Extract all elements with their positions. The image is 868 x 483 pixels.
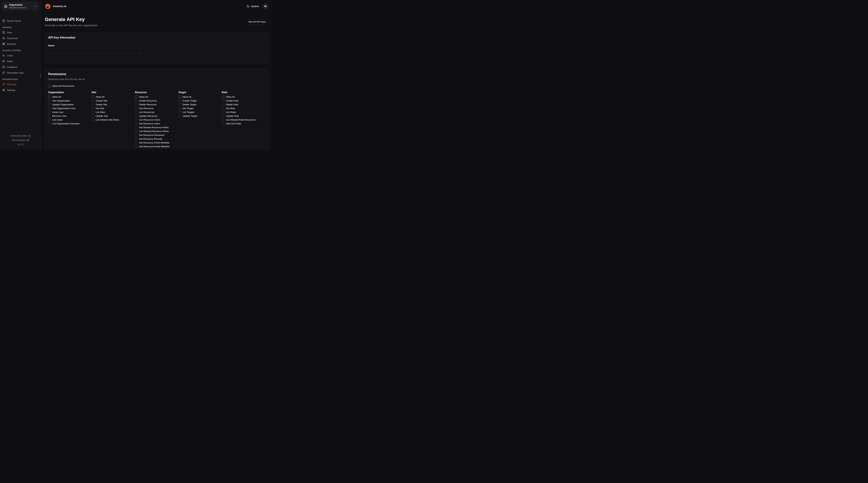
- checkbox-target-allow-all[interactable]: [178, 96, 181, 98]
- checkbox-role-update-role[interactable]: [222, 115, 224, 117]
- checkbox-resource-create-resource[interactable]: [135, 99, 137, 102]
- checkbox-site-delete-site[interactable]: [92, 103, 94, 106]
- checkbox-resource-set-resource-password[interactable]: [135, 134, 137, 136]
- permission-row: Add User Role: [222, 122, 265, 125]
- api-key-information-card: API Key Information Name: [45, 32, 268, 64]
- permission-group-role: RoleAllow AllCreate RoleDelete RoleGet R…: [222, 91, 265, 126]
- checkbox-organization-invite-user[interactable]: [48, 111, 51, 114]
- theme-toggle[interactable]: System: [247, 5, 259, 8]
- checkbox-site-get-site[interactable]: [92, 107, 94, 110]
- checkbox-site-allow-all[interactable]: [92, 96, 94, 98]
- permission-row: Set Allowed Resource Roles: [135, 126, 178, 129]
- documentation-link[interactable]: Documentation: [2, 139, 38, 141]
- see-all-api-keys-button[interactable]: See All API Keys: [246, 19, 268, 25]
- sidebar-item-invitations[interactable]: Invitations: [2, 65, 38, 69]
- checkbox-organization-update-organization[interactable]: [48, 103, 51, 106]
- pangolin-logo-icon: [45, 3, 51, 9]
- sidebar-item-users[interactable]: Users: [2, 53, 38, 58]
- permission-group-title: Organization: [48, 91, 92, 94]
- checkbox-resource-set-resource-users[interactable]: [135, 122, 137, 125]
- main-area: PANGOLIN System M Generate API Key Gener: [41, 0, 272, 149]
- checkbox-site-list-allowed-site-roles[interactable]: [92, 119, 94, 121]
- permission-row: Get Target: [178, 107, 222, 110]
- permission-group-title: Role: [222, 91, 265, 94]
- chevrons-up-down-icon: [34, 5, 37, 7]
- checkbox-organization-allow-all[interactable]: [48, 96, 51, 98]
- checkbox-resource-list-resources[interactable]: [135, 111, 137, 114]
- brand-name: PANGOLIN: [53, 5, 66, 8]
- sidebar-item-api-keys[interactable]: API Keys: [2, 82, 38, 87]
- sidebar-item-resources[interactable]: Resources: [2, 36, 38, 40]
- organization-selector[interactable]: Organization milo@fossorial.io's ...: [2, 2, 38, 10]
- permission-group-organization: OrganizationAllow AllGet OrganizationUpd…: [48, 91, 92, 126]
- permission-row: Allow All: [178, 96, 222, 98]
- app-window: Organization milo@fossorial.io's ... Ser…: [0, 0, 272, 149]
- checkbox-resource-set-resource-email-whitelist[interactable]: [135, 141, 137, 144]
- permission-row: Delete Site: [92, 103, 135, 106]
- sidebar-item-sites[interactable]: Sites: [2, 30, 38, 35]
- sidebar-item-server-admin[interactable]: Server Admin: [2, 19, 38, 23]
- api-key-name-input[interactable]: [48, 48, 141, 54]
- user-icon: [2, 54, 5, 57]
- checkbox-role-create-role[interactable]: [222, 99, 224, 102]
- permission-group-resource: ResourceAllow AllCreate ResourceDelete R…: [135, 91, 178, 149]
- checkbox-target-get-target[interactable]: [178, 107, 181, 110]
- checkbox-site-update-site[interactable]: [92, 115, 94, 117]
- checkbox-site-list-sites[interactable]: [92, 111, 94, 114]
- checkbox-resource-update-resource[interactable]: [135, 115, 137, 117]
- sidebar-item-settings[interactable]: Settings: [2, 88, 38, 92]
- permission-row: Get Resource Email Whitelist: [135, 145, 178, 148]
- checkbox-resource-list-resource-users[interactable]: [135, 119, 137, 121]
- checkbox-role-delete-role[interactable]: [222, 103, 224, 106]
- brand: PANGOLIN: [45, 3, 66, 9]
- checkbox-resource-list-allowed-resource-roles[interactable]: [135, 130, 137, 133]
- checkbox-role-list-roles[interactable]: [222, 111, 224, 114]
- checkbox-resource-get-resource[interactable]: [135, 107, 137, 110]
- external-link-icon: [28, 135, 31, 137]
- permission-row: Create Target: [178, 99, 222, 102]
- allow-all-permissions-label: Allow All Permissions: [52, 85, 74, 87]
- link-icon: [2, 71, 5, 74]
- permission-row: Allow All: [92, 96, 135, 98]
- checkbox-organization-remove-user[interactable]: [48, 115, 51, 117]
- org-selector-label: Organization: [9, 3, 33, 6]
- sidebar-scrollbar-thumb[interactable]: [40, 73, 41, 77]
- checkbox-target-update-target[interactable]: [178, 115, 181, 117]
- checkbox-target-create-target[interactable]: [178, 99, 181, 102]
- allow-all-permissions-checkbox[interactable]: [48, 85, 51, 87]
- sidebar: Organization milo@fossorial.io's ... Ser…: [0, 0, 41, 149]
- checkbox-organization-list-users[interactable]: [48, 119, 51, 121]
- permission-row: Update Role: [222, 115, 265, 117]
- checkbox-target-delete-target[interactable]: [178, 103, 181, 106]
- permission-row: Delete Resource: [135, 103, 178, 106]
- permission-row: List Allowed Resource Roles: [135, 130, 178, 133]
- ticket-icon: [2, 66, 5, 68]
- permission-row: Get Organization User: [48, 107, 92, 110]
- checkbox-organization-get-organization[interactable]: [48, 99, 51, 102]
- checkbox-role-add-user-role[interactable]: [222, 122, 224, 125]
- name-field-label: Name: [48, 44, 265, 47]
- user-avatar[interactable]: M: [262, 3, 268, 9]
- checkbox-resource-allow-all[interactable]: [135, 96, 137, 98]
- checkbox-resource-set-resource-pincode[interactable]: [135, 137, 137, 140]
- sidebar-footer: Community Edition Documentation v1.7.0: [0, 131, 41, 148]
- community-edition-link[interactable]: Community Edition: [2, 135, 38, 137]
- sidebar-item-roles[interactable]: Roles: [2, 59, 38, 64]
- checkbox-organization-list-organization-domains[interactable]: [48, 122, 51, 125]
- checkbox-site-create-site[interactable]: [92, 99, 94, 102]
- checkbox-role-allow-all[interactable]: [222, 96, 224, 98]
- permission-row: Create Role: [222, 99, 265, 102]
- permission-row: Update Organization: [48, 103, 92, 106]
- checkbox-organization-get-organization-user[interactable]: [48, 107, 51, 110]
- checkbox-role-list-allowed-role-resources[interactable]: [222, 119, 224, 121]
- checkbox-target-list-targets[interactable]: [178, 111, 181, 114]
- checkbox-resource-get-resource-email-whitelist[interactable]: [135, 145, 137, 148]
- checkbox-role-get-role[interactable]: [222, 107, 224, 110]
- permission-group-site: SiteAllow AllCreate SiteDelete SiteGet S…: [92, 91, 135, 122]
- checkbox-resource-set-allowed-resource-roles[interactable]: [135, 126, 137, 129]
- checkbox-resource-delete-resource[interactable]: [135, 103, 137, 106]
- permissions-card: Permissions Determine what this API key …: [45, 68, 268, 149]
- sidebar-item-domains[interactable]: Domains: [2, 42, 38, 46]
- building-icon: [4, 5, 7, 8]
- sidebar-item-shareable-links[interactable]: Shareable Links: [2, 70, 38, 75]
